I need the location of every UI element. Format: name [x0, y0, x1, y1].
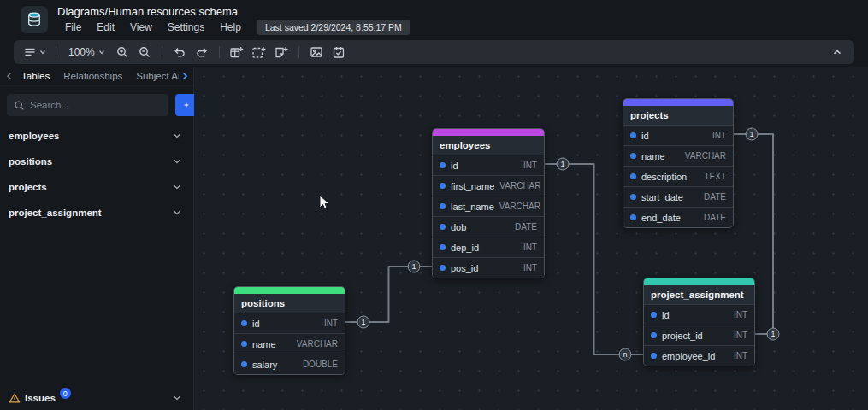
field-type: TEXT	[704, 172, 726, 181]
field-dob[interactable]: dobDATE	[433, 216, 544, 237]
sidebar-table-employees[interactable]: employees	[0, 123, 193, 149]
diagram-table-positions[interactable]: positionsidINTnameVARCHARsalaryDOUBLE	[233, 286, 345, 375]
table-title: positions	[234, 294, 345, 313]
sidebar-table-list: employeespositionsprojectsproject_assign…	[0, 123, 193, 385]
field-name: id	[662, 310, 670, 320]
field-handle[interactable]	[440, 224, 446, 230]
add-subject-area-button[interactable]	[249, 43, 269, 62]
search-box[interactable]	[7, 94, 168, 116]
menu-settings[interactable]: Settings	[160, 20, 212, 35]
field-handle[interactable]	[440, 203, 446, 209]
field-handle[interactable]	[630, 194, 636, 200]
todo-list-button[interactable]	[328, 43, 349, 62]
tabs-scroll-right[interactable]	[179, 72, 190, 80]
diagram-table-project-assignment[interactable]: project_assignmentidINTproject_idINTempl…	[643, 278, 755, 366]
sidebar-search-row: Add table	[0, 86, 193, 123]
svg-text:1: 1	[560, 160, 564, 168]
field-employee-id[interactable]: employee_idINT	[644, 345, 754, 366]
field-type: VARCHAR	[499, 202, 540, 211]
table-accent-strip	[644, 278, 754, 285]
redo-icon	[195, 45, 209, 59]
zoom-in-button[interactable]	[112, 43, 133, 62]
chevron-down-icon	[172, 393, 182, 403]
redo-button[interactable]	[192, 43, 212, 62]
tabs-scroll-left[interactable]	[3, 72, 15, 80]
app-logo[interactable]	[21, 6, 48, 33]
add-table-icon	[229, 45, 244, 60]
field-last-name[interactable]: last_nameVARCHAR	[433, 196, 544, 216]
add-subject-area-icon	[251, 45, 266, 60]
field-handle[interactable]	[630, 153, 636, 159]
title-block: Diagrams/Human resources schema FileEdit…	[57, 5, 410, 35]
sidebar-table-project-assignment[interactable]: project_assignment	[0, 200, 193, 226]
menu-help[interactable]: Help	[212, 20, 249, 35]
toolbar-divider	[56, 46, 56, 58]
field-handle[interactable]	[241, 341, 247, 347]
field-type: INT	[734, 331, 747, 340]
field-id[interactable]: idINT	[234, 313, 345, 333]
add-note-button[interactable]	[271, 43, 292, 62]
field-handle[interactable]	[630, 173, 636, 179]
search-input[interactable]	[30, 100, 162, 110]
tab-subject-are[interactable]: Subject Are	[129, 69, 179, 83]
field-name: id	[641, 131, 649, 141]
toolbar-divider	[219, 46, 220, 58]
diagram-list-button[interactable]	[21, 43, 49, 62]
zoom-level-value: 100%	[68, 46, 95, 58]
field-id[interactable]: idINT	[623, 125, 733, 145]
field-name: id	[451, 161, 458, 171]
sidebar: TablesRelationshipsSubject Are Add table	[0, 67, 194, 410]
tab-tables[interactable]: Tables	[15, 69, 56, 83]
field-start-date[interactable]: start_dateDATE	[623, 186, 733, 207]
canvas[interactable]: 111n11 employeesidINTfirst_nameVARCHARla…	[194, 67, 868, 410]
field-handle[interactable]	[241, 361, 247, 367]
field-id[interactable]: idINT	[433, 155, 544, 175]
field-end-date[interactable]: end_dateDATE	[623, 207, 733, 227]
field-handle[interactable]	[651, 332, 657, 338]
table-name-label: positions	[9, 156, 52, 167]
field-handle[interactable]	[440, 183, 446, 189]
zoom-level-dropdown[interactable]: 100%	[63, 46, 110, 58]
collapse-toolbar-button[interactable]	[827, 43, 847, 62]
field-name: dob	[451, 222, 466, 232]
add-table-tool-button[interactable]	[227, 43, 247, 62]
field-handle[interactable]	[630, 214, 636, 220]
field-handle[interactable]	[651, 353, 657, 359]
field-handle[interactable]	[241, 320, 247, 326]
field-handle[interactable]	[440, 162, 446, 168]
field-handle[interactable]	[630, 132, 636, 138]
export-image-button[interactable]	[306, 43, 327, 62]
relationship-line-0[interactable]	[345, 266, 432, 322]
field-first-name[interactable]: first_nameVARCHAR	[433, 175, 544, 196]
diagram-table-projects[interactable]: projectsidINTnameVARCHARdescriptionTEXTs…	[623, 98, 734, 228]
menu-file[interactable]: File	[57, 20, 89, 35]
table-name-label: employees	[9, 131, 59, 141]
issues-expand-chevron[interactable]	[172, 393, 182, 403]
field-salary[interactable]: salaryDOUBLE	[234, 354, 345, 374]
field-description[interactable]: descriptionTEXT	[623, 166, 733, 186]
sidebar-table-positions[interactable]: positions	[0, 149, 193, 174]
zoom-out-button[interactable]	[134, 43, 155, 62]
svg-text:n: n	[623, 350, 627, 359]
issues-row[interactable]: Issues 0	[0, 385, 193, 410]
menu-edit[interactable]: Edit	[89, 20, 122, 35]
chevron-right-icon	[180, 72, 189, 80]
sidebar-table-projects[interactable]: projects	[0, 174, 193, 200]
field-handle[interactable]	[651, 312, 657, 318]
field-pos-id[interactable]: pos_idINT	[433, 257, 544, 278]
undo-button[interactable]	[169, 43, 190, 62]
field-name[interactable]: nameVARCHAR	[234, 333, 345, 354]
page-title[interactable]: Diagrams/Human resources schema	[57, 5, 410, 19]
field-type: DATE	[704, 213, 726, 222]
field-name[interactable]: nameVARCHAR	[623, 145, 733, 166]
field-dep-id[interactable]: dep_idINT	[433, 237, 544, 257]
field-project-id[interactable]: project_idINT	[644, 325, 754, 345]
diagram-table-employees[interactable]: employeesidINTfirst_nameVARCHARlast_name…	[432, 128, 545, 278]
menu-view[interactable]: View	[122, 20, 160, 35]
last-saved-badge: Last saved 2/29/2024, 8:55:17 PM	[257, 20, 410, 35]
field-handle[interactable]	[440, 244, 446, 250]
tab-relationships[interactable]: Relationships	[56, 69, 129, 83]
toolbar: 100%	[14, 40, 854, 64]
field-handle[interactable]	[440, 265, 446, 271]
field-id[interactable]: idINT	[644, 304, 754, 325]
